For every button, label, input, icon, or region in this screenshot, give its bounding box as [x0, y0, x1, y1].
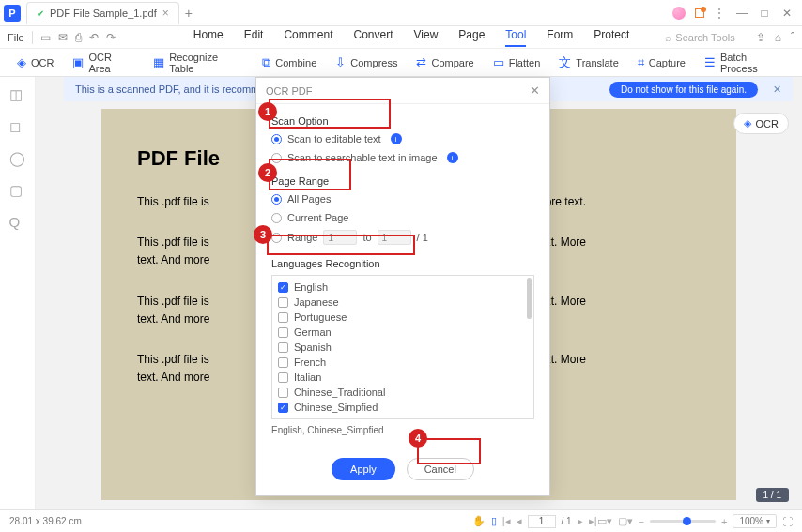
lang-spanish[interactable]: Spanish	[278, 340, 528, 355]
ribbon-translate[interactable]: 文Translate	[559, 54, 618, 71]
checkbox-off-icon	[278, 342, 288, 353]
page-number-input[interactable]	[528, 515, 556, 528]
info-icon[interactable]: i	[447, 152, 458, 163]
scan-option-label: Scan Option	[271, 115, 534, 127]
ribbon-batch[interactable]: ☰Batch Process	[704, 52, 785, 74]
lang-french[interactable]: French	[278, 355, 528, 370]
page-nav: ✋ ▯ |◂ ◂ / 1 ▸ ▸|	[472, 515, 597, 528]
current-page-option[interactable]: Current Page	[271, 211, 534, 224]
checkbox-off-icon	[278, 357, 288, 368]
first-page-icon[interactable]: |◂	[502, 515, 511, 527]
last-page-icon[interactable]: ▸|	[589, 515, 597, 527]
tool-ribbon: ◈OCR ▣OCR Area ▦Recognize Table ⧉Combine…	[0, 49, 802, 77]
info-icon[interactable]: i	[391, 133, 402, 144]
select-tool-icon[interactable]: ▯	[491, 515, 497, 527]
ribbon-compare[interactable]: ⇄Compare	[416, 55, 473, 69]
minimize-icon[interactable]: —	[731, 2, 753, 24]
tab-close-icon[interactable]: ×	[162, 7, 169, 20]
menu-page[interactable]: Page	[458, 28, 485, 47]
menu-home[interactable]: Home	[193, 28, 224, 47]
lang-chinese-traditional[interactable]: Chinese_Traditional	[278, 385, 528, 400]
next-page-icon[interactable]: ▸	[578, 515, 583, 527]
lang-italian[interactable]: Italian	[278, 370, 528, 385]
zoom-in-icon[interactable]: +	[721, 516, 727, 527]
scan-searchable-option[interactable]: Scan to searchable text in image i	[271, 151, 534, 164]
range-from-input[interactable]: 1	[323, 230, 357, 245]
combine-icon: ⧉	[262, 55, 270, 70]
thumbnails-icon[interactable]: ◫	[9, 86, 26, 103]
range-to-input[interactable]: 1	[378, 230, 411, 245]
display-mode-icon[interactable]: ▢▾	[618, 515, 633, 527]
menu-form[interactable]: Form	[547, 28, 573, 47]
hand-tool-icon[interactable]: ✋	[472, 515, 486, 527]
language-summary: English, Chinese_Simpfied	[271, 425, 534, 435]
lang-chinese-simplified[interactable]: Chinese_Simpfied	[278, 400, 528, 415]
radio-off-icon	[271, 153, 282, 163]
ribbon-ocr-area[interactable]: ▣OCR Area	[72, 52, 134, 74]
ribbon-flatten[interactable]: ▭Flatten	[493, 55, 541, 69]
comment-panel-icon[interactable]: ◯	[9, 150, 26, 167]
banner-close-icon[interactable]: ✕	[773, 84, 781, 96]
ribbon-recognize-table[interactable]: ▦Recognize Table	[153, 52, 243, 74]
notification-icon[interactable]	[695, 8, 704, 18]
zoom-slider[interactable]	[650, 520, 716, 523]
menu-tool[interactable]: Tool	[505, 28, 526, 47]
page-indicator-badge: 1 / 1	[756, 488, 789, 502]
callout-4: 4	[409, 429, 427, 448]
range-option[interactable]: Range 1 to 1 / 1	[271, 230, 534, 245]
ribbon-ocr[interactable]: ◈OCR	[17, 55, 54, 69]
cloud-icon[interactable]: ⌂	[775, 31, 781, 44]
menu-protect[interactable]: Protect	[594, 28, 629, 47]
print-icon[interactable]: ⎙	[75, 31, 82, 44]
fullscreen-icon[interactable]: ⛶	[782, 516, 793, 527]
table-icon: ▦	[153, 55, 164, 69]
maximize-icon[interactable]: □	[753, 2, 776, 24]
modal-close-icon[interactable]: ✕	[530, 84, 540, 98]
modal-title: OCR PDF	[266, 85, 530, 97]
all-pages-option[interactable]: All Pages	[271, 192, 534, 205]
cancel-button[interactable]: Cancel	[407, 458, 474, 480]
ocr-float-button[interactable]: ◈ OCR	[733, 113, 789, 134]
menu-edit[interactable]: Edit	[244, 28, 264, 47]
coords-label: 28.01 x 39.62 cm	[9, 516, 472, 526]
lang-german[interactable]: German	[278, 325, 528, 340]
bookmark-icon[interactable]: ◻	[9, 118, 26, 135]
menu-comment[interactable]: Comment	[284, 28, 332, 47]
user-avatar[interactable]	[672, 7, 686, 20]
ribbon-combine[interactable]: ⧉Combine	[262, 55, 316, 70]
radio-on-icon	[271, 134, 282, 144]
more-icon[interactable]: ⋮	[708, 2, 731, 24]
menu-view[interactable]: View	[414, 28, 439, 47]
view-mode-icon[interactable]: ▭▾	[597, 515, 612, 527]
zoom-value[interactable]: 100%▾	[733, 514, 777, 528]
apply-button[interactable]: Apply	[332, 458, 395, 480]
chevron-up-icon[interactable]: ˆ	[791, 31, 794, 44]
zoom-out-icon[interactable]: −	[639, 516, 644, 527]
attachment-icon[interactable]: ▢	[9, 182, 26, 199]
search-panel-icon[interactable]: Q	[9, 214, 26, 231]
ocr-area-icon: ▣	[72, 55, 84, 69]
search-tools[interactable]: ⌕ Search Tools	[665, 32, 734, 43]
undo-icon[interactable]: ↶	[89, 31, 99, 44]
menu-convert[interactable]: Convert	[353, 28, 393, 47]
scan-editable-option[interactable]: Scan to editable text i	[271, 132, 534, 145]
lang-english[interactable]: English	[278, 280, 528, 295]
ribbon-capture[interactable]: ⌗Capture	[638, 55, 686, 70]
share-icon[interactable]: ⇪	[756, 31, 765, 44]
scrollbar[interactable]	[527, 278, 532, 417]
lang-portuguese[interactable]: Portuguese	[278, 310, 528, 325]
zoom-controls: ▭▾ ▢▾ − + 100%▾ ⛶	[597, 514, 793, 528]
prev-page-icon[interactable]: ◂	[517, 515, 522, 527]
file-menu[interactable]: File	[8, 32, 24, 43]
close-window-icon[interactable]: ✕	[776, 2, 798, 24]
ribbon-compress[interactable]: ⇩Compress	[335, 55, 397, 69]
add-tab-button[interactable]: +	[185, 6, 193, 21]
mail-icon[interactable]: ✉	[58, 31, 68, 44]
banner-dontshow-button[interactable]: Do not show for this file again.	[609, 82, 758, 98]
lang-japanese[interactable]: Japanese	[278, 295, 528, 310]
redo-icon[interactable]: ↷	[106, 31, 116, 44]
radio-off-icon	[271, 213, 282, 223]
callout-3: 3	[254, 225, 272, 244]
save-icon[interactable]: ▭	[40, 31, 51, 44]
document-tab[interactable]: ✔ PDF File Sample_1.pdf ×	[26, 2, 179, 24]
